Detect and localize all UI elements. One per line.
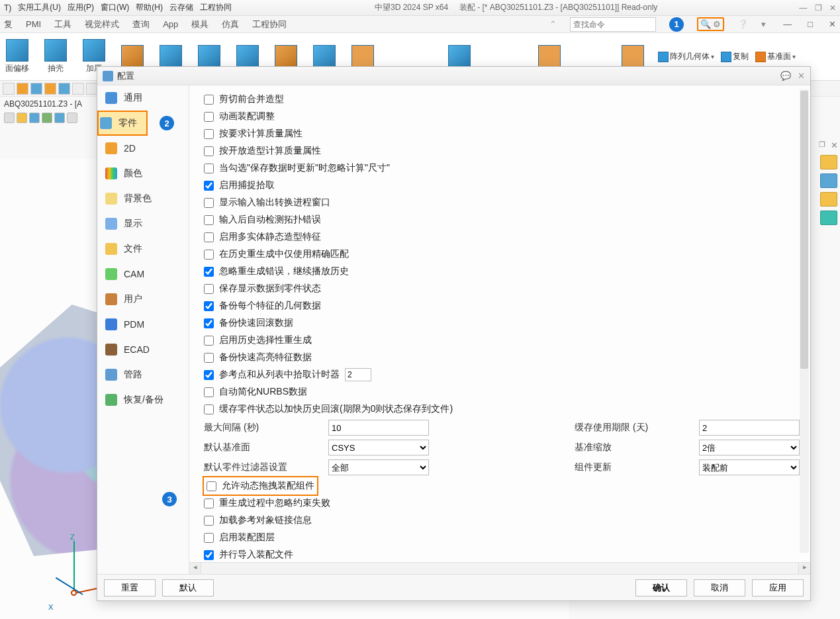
search-input[interactable] (570, 17, 656, 32)
formB-input-0[interactable] (699, 420, 800, 436)
chk-2[interactable] (204, 129, 214, 139)
minimize-icon[interactable]: — (799, 3, 807, 13)
cat-ecad[interactable]: ECAD (97, 337, 189, 362)
qb-6[interactable] (72, 83, 84, 95)
close-panel-icon[interactable]: ✕ (831, 140, 838, 150)
menu-help[interactable]: 帮助(H) (136, 2, 163, 13)
palette-item-2[interactable] (820, 173, 837, 188)
palette-item-4[interactable] (820, 211, 837, 225)
mt-4[interactable] (42, 113, 52, 123)
help-icon[interactable]: ❔ (737, 19, 748, 29)
chk-8[interactable] (204, 232, 214, 242)
formB-select-2[interactable]: 装配前 (699, 459, 800, 475)
dialog-close-icon[interactable]: ✕ (798, 71, 805, 81)
formB-select-1[interactable]: 2倍 (699, 440, 800, 455)
chk-10[interactable] (204, 267, 214, 277)
chk2-3[interactable] (204, 533, 214, 543)
mt-5[interactable] (54, 113, 65, 123)
chk-cache[interactable] (204, 405, 214, 414)
restore-icon[interactable]: ❐ (815, 3, 822, 13)
palette-item-3[interactable] (820, 192, 837, 207)
formA-select-1[interactable]: CSYS (328, 440, 429, 455)
qb-2[interactable] (17, 83, 28, 95)
chk-11[interactable] (204, 284, 214, 294)
chk-13[interactable] (204, 318, 214, 328)
restore-panel-icon[interactable]: ❐ (819, 140, 825, 149)
chk-0[interactable] (204, 95, 214, 105)
default-button[interactable]: 默认 (162, 579, 214, 596)
chk-9[interactable] (204, 250, 214, 260)
cmd-10[interactable] (350, 45, 376, 69)
cat-pdm[interactable]: PDM (97, 312, 189, 337)
tab-pmi[interactable]: PMI (26, 19, 41, 29)
tab-collab[interactable]: 工程协同 (252, 19, 287, 30)
cmd-6[interactable] (196, 45, 222, 69)
tab-visual[interactable]: 视觉样式 (85, 19, 119, 30)
chk2-1[interactable] (204, 499, 214, 508)
chk-4[interactable] (204, 164, 214, 173)
cmd-shell[interactable]: 抽壳 (42, 39, 69, 74)
search-icon[interactable]: 🔍 (700, 19, 711, 29)
config-scroll[interactable]: 剪切前合并造型动画装配调整按要求计算质量属性按开放造型计算质量属性当勾选"保存数… (189, 85, 810, 562)
cmd-5[interactable] (158, 45, 184, 69)
cat-2d[interactable]: 2D (97, 136, 189, 161)
hscroll-left[interactable]: ◂ (189, 563, 201, 574)
cat-general[interactable]: 通用 (97, 85, 189, 111)
chk-6[interactable] (204, 198, 214, 208)
palette-item-1[interactable] (820, 155, 837, 169)
inner-min-icon[interactable]: — (783, 19, 792, 29)
chk-15[interactable] (204, 353, 214, 363)
chk2-0[interactable] (207, 481, 216, 491)
cmd-copy[interactable]: 复制 (721, 51, 749, 62)
qb-3[interactable] (30, 83, 42, 95)
cat-bg[interactable]: 背景色 (97, 186, 189, 211)
chk-3[interactable] (204, 146, 214, 156)
chat-icon[interactable]: 💬 (780, 71, 791, 81)
inner-close-icon[interactable]: ✕ (829, 19, 836, 29)
cmd-datum[interactable]: 基准面 (755, 51, 796, 62)
cat-backup[interactable]: 恢复/备份 (97, 387, 189, 412)
menu-apps[interactable]: 应用(P) (68, 2, 94, 13)
cmd-12[interactable] (536, 45, 563, 69)
cmd-4[interactable] (119, 45, 146, 69)
close-icon[interactable]: ✕ (829, 3, 836, 13)
cat-cam[interactable]: CAM (97, 262, 189, 287)
cmd-11[interactable] (446, 45, 473, 69)
pick-timer-value[interactable] (345, 368, 371, 381)
chk-7[interactable] (204, 215, 214, 225)
cat-user[interactable]: 用户 (97, 287, 189, 312)
cmd-9[interactable] (311, 45, 338, 69)
mt-3[interactable] (29, 113, 40, 123)
vertical-scrollbar[interactable] (800, 89, 809, 553)
menu-cloud[interactable]: 云存储 (169, 2, 193, 13)
chk2-2[interactable] (204, 516, 214, 526)
ok-button[interactable]: 确认 (635, 579, 687, 596)
tab-mold[interactable]: 模具 (191, 19, 209, 30)
hscroll-right[interactable]: ▸ (798, 563, 810, 574)
menu-window[interactable]: 窗口(W) (101, 2, 129, 13)
cmd-7[interactable] (234, 45, 261, 69)
chk-nurbs[interactable] (204, 387, 214, 397)
tab-sim[interactable]: 仿真 (222, 19, 239, 30)
cat-part[interactable]: 零件 (97, 111, 148, 136)
tab-tools[interactable]: 工具 (54, 19, 71, 30)
formA-select-2[interactable]: 全部 (328, 459, 429, 475)
gear-icon[interactable]: ⚙ (713, 19, 721, 29)
chk-14[interactable] (204, 336, 214, 346)
chk-12[interactable] (204, 301, 214, 311)
cancel-button[interactable]: 取消 (694, 579, 745, 596)
mt-2[interactable] (17, 113, 27, 123)
tab-fu[interactable]: 复 (4, 19, 13, 30)
mt-6[interactable] (67, 113, 77, 123)
chk-1[interactable] (204, 112, 214, 122)
tab-app[interactable]: App (163, 19, 178, 29)
apply-button[interactable]: 应用 (752, 579, 804, 596)
menu-utilities[interactable]: 实用工具(U) (18, 2, 61, 13)
reset-button[interactable]: 重置 (104, 579, 156, 596)
scrollbar-thumb[interactable] (800, 91, 808, 369)
chk-pick-timer[interactable] (204, 370, 214, 380)
cat-file[interactable]: 文件 (97, 236, 189, 262)
cmd-pattern[interactable]: 阵列几何体 (658, 51, 714, 62)
inner-restore-icon[interactable]: □ (808, 19, 813, 29)
qb-4[interactable] (44, 83, 56, 95)
